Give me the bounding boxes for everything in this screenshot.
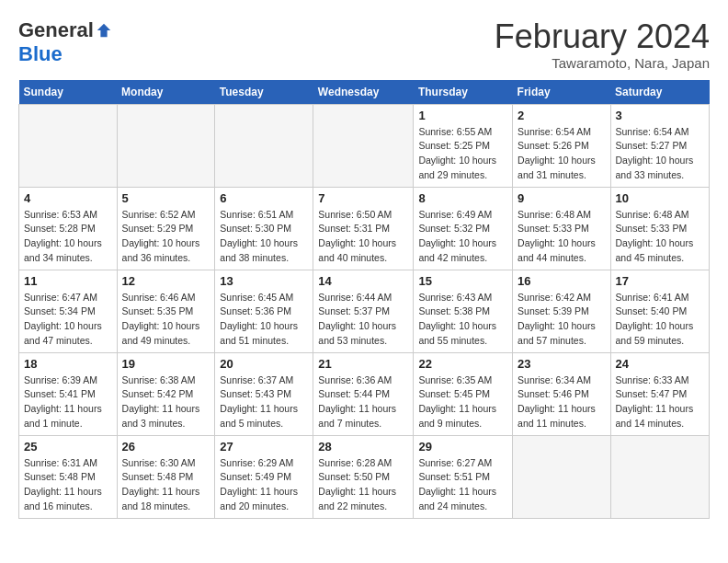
day-number: 25 [24,440,112,454]
day-number: 20 [220,357,308,371]
day-number: 11 [24,274,112,288]
logo-icon [96,22,112,39]
calendar-day-cell: 9Sunrise: 6:48 AMSunset: 5:33 PMDaylight… [513,187,610,270]
day-info: Sunrise: 6:39 AMSunset: 5:41 PMDaylight:… [24,373,112,431]
calendar-day-cell [215,104,313,187]
calendar-day-cell: 4Sunrise: 6:53 AMSunset: 5:28 PMDaylight… [19,187,118,270]
logo: General Blue [18,18,112,66]
day-info: Sunrise: 6:55 AMSunset: 5:25 PMDaylight:… [418,125,507,183]
day-number: 1 [418,109,507,122]
day-number: 17 [616,274,705,288]
location: Tawaramoto, Nara, Japan [495,55,710,71]
calendar-day-cell: 3Sunrise: 6:54 AMSunset: 5:27 PMDaylight… [610,104,710,187]
day-info: Sunrise: 6:44 AMSunset: 5:37 PMDaylight:… [318,291,408,349]
calendar-day-cell [19,104,118,187]
svg-marker-0 [97,24,110,37]
day-info: Sunrise: 6:37 AMSunset: 5:43 PMDaylight:… [220,373,308,431]
calendar-day-cell: 26Sunrise: 6:30 AMSunset: 5:48 PMDayligh… [117,435,215,518]
calendar-day-cell: 15Sunrise: 6:43 AMSunset: 5:38 PMDayligh… [414,270,513,352]
day-number: 21 [318,357,408,371]
title-area: February 2024 Tawaramoto, Nara, Japan [495,18,710,71]
calendar-week-row: 18Sunrise: 6:39 AMSunset: 5:41 PMDayligh… [19,352,710,435]
day-number: 15 [418,274,507,288]
day-info: Sunrise: 6:42 AMSunset: 5:39 PMDaylight:… [518,291,605,349]
day-info: Sunrise: 6:31 AMSunset: 5:48 PMDaylight:… [24,456,112,514]
weekday-header: Friday [513,80,610,105]
day-info: Sunrise: 6:49 AMSunset: 5:32 PMDaylight:… [418,208,507,266]
calendar-day-cell: 23Sunrise: 6:34 AMSunset: 5:46 PMDayligh… [513,352,610,435]
calendar-table: SundayMondayTuesdayWednesdayThursdayFrid… [18,80,710,519]
calendar-day-cell: 28Sunrise: 6:28 AMSunset: 5:50 PMDayligh… [313,435,414,518]
calendar-day-cell: 7Sunrise: 6:50 AMSunset: 5:31 PMDaylight… [313,187,414,270]
calendar-day-cell: 25Sunrise: 6:31 AMSunset: 5:48 PMDayligh… [19,435,118,518]
calendar-day-cell: 21Sunrise: 6:36 AMSunset: 5:44 PMDayligh… [313,352,414,435]
day-info: Sunrise: 6:47 AMSunset: 5:34 PMDaylight:… [24,291,112,349]
calendar-day-cell: 2Sunrise: 6:54 AMSunset: 5:26 PMDaylight… [513,104,610,187]
day-number: 5 [122,191,210,205]
day-number: 13 [220,274,308,288]
calendar-day-cell: 12Sunrise: 6:46 AMSunset: 5:35 PMDayligh… [117,270,215,352]
day-info: Sunrise: 6:35 AMSunset: 5:45 PMDaylight:… [418,373,507,431]
day-number: 9 [518,191,605,205]
calendar-day-cell: 20Sunrise: 6:37 AMSunset: 5:43 PMDayligh… [215,352,313,435]
day-info: Sunrise: 6:43 AMSunset: 5:38 PMDaylight:… [418,291,507,349]
calendar-week-row: 11Sunrise: 6:47 AMSunset: 5:34 PMDayligh… [19,270,710,352]
calendar-day-cell: 27Sunrise: 6:29 AMSunset: 5:49 PMDayligh… [215,435,313,518]
calendar-day-cell: 24Sunrise: 6:33 AMSunset: 5:47 PMDayligh… [610,352,710,435]
logo-general-text: General [18,18,94,42]
calendar-day-cell: 29Sunrise: 6:27 AMSunset: 5:51 PMDayligh… [414,435,513,518]
day-info: Sunrise: 6:33 AMSunset: 5:47 PMDaylight:… [616,373,705,431]
calendar-day-cell: 5Sunrise: 6:52 AMSunset: 5:29 PMDaylight… [117,187,215,270]
day-number: 22 [418,357,507,371]
weekday-header: Tuesday [215,80,313,105]
day-info: Sunrise: 6:38 AMSunset: 5:42 PMDaylight:… [122,373,210,431]
calendar-day-cell: 22Sunrise: 6:35 AMSunset: 5:45 PMDayligh… [414,352,513,435]
day-info: Sunrise: 6:54 AMSunset: 5:26 PMDaylight:… [518,125,605,183]
calendar-week-row: 4Sunrise: 6:53 AMSunset: 5:28 PMDaylight… [19,187,710,270]
calendar-day-cell: 10Sunrise: 6:48 AMSunset: 5:33 PMDayligh… [610,187,710,270]
weekday-header: Saturday [610,80,710,105]
calendar-day-cell: 6Sunrise: 6:51 AMSunset: 5:30 PMDaylight… [215,187,313,270]
calendar-day-cell [513,435,610,518]
calendar-day-cell: 13Sunrise: 6:45 AMSunset: 5:36 PMDayligh… [215,270,313,352]
day-number: 6 [220,191,308,205]
calendar-day-cell: 14Sunrise: 6:44 AMSunset: 5:37 PMDayligh… [313,270,414,352]
calendar-day-cell [610,435,710,518]
day-number: 29 [418,440,507,454]
calendar-day-cell: 1Sunrise: 6:55 AMSunset: 5:25 PMDaylight… [414,104,513,187]
calendar-day-cell: 18Sunrise: 6:39 AMSunset: 5:41 PMDayligh… [19,352,118,435]
day-number: 27 [220,440,308,454]
day-info: Sunrise: 6:45 AMSunset: 5:36 PMDaylight:… [220,291,308,349]
day-number: 8 [418,191,507,205]
day-info: Sunrise: 6:51 AMSunset: 5:30 PMDaylight:… [220,208,308,266]
day-info: Sunrise: 6:41 AMSunset: 5:40 PMDaylight:… [616,291,705,349]
day-number: 7 [318,191,408,205]
day-info: Sunrise: 6:50 AMSunset: 5:31 PMDaylight:… [318,208,408,266]
page-header: General Blue February 2024 Tawaramoto, N… [18,18,710,71]
calendar-day-cell [117,104,215,187]
day-number: 14 [318,274,408,288]
day-number: 10 [616,191,705,205]
month-title: February 2024 [495,18,710,55]
day-number: 3 [616,109,705,122]
day-number: 23 [518,357,605,371]
weekday-header-row: SundayMondayTuesdayWednesdayThursdayFrid… [19,80,710,105]
day-info: Sunrise: 6:46 AMSunset: 5:35 PMDaylight:… [122,291,210,349]
calendar-day-cell: 17Sunrise: 6:41 AMSunset: 5:40 PMDayligh… [610,270,710,352]
day-info: Sunrise: 6:27 AMSunset: 5:51 PMDaylight:… [418,456,507,514]
day-info: Sunrise: 6:29 AMSunset: 5:49 PMDaylight:… [220,456,308,514]
calendar-day-cell: 11Sunrise: 6:47 AMSunset: 5:34 PMDayligh… [19,270,118,352]
calendar-day-cell: 19Sunrise: 6:38 AMSunset: 5:42 PMDayligh… [117,352,215,435]
weekday-header: Monday [117,80,215,105]
day-number: 2 [518,109,605,122]
day-info: Sunrise: 6:52 AMSunset: 5:29 PMDaylight:… [122,208,210,266]
day-info: Sunrise: 6:53 AMSunset: 5:28 PMDaylight:… [24,208,112,266]
weekday-header: Wednesday [313,80,414,105]
day-number: 12 [122,274,210,288]
calendar-day-cell [313,104,414,187]
calendar-day-cell: 8Sunrise: 6:49 AMSunset: 5:32 PMDaylight… [414,187,513,270]
day-number: 28 [318,440,408,454]
day-info: Sunrise: 6:48 AMSunset: 5:33 PMDaylight:… [518,208,605,266]
day-number: 26 [122,440,210,454]
day-info: Sunrise: 6:48 AMSunset: 5:33 PMDaylight:… [616,208,705,266]
